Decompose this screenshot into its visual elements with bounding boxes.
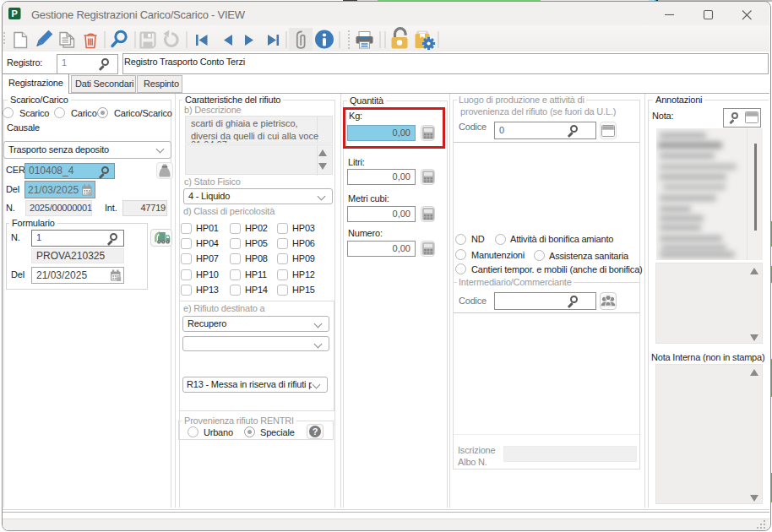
svg-text:P: P <box>12 8 18 19</box>
